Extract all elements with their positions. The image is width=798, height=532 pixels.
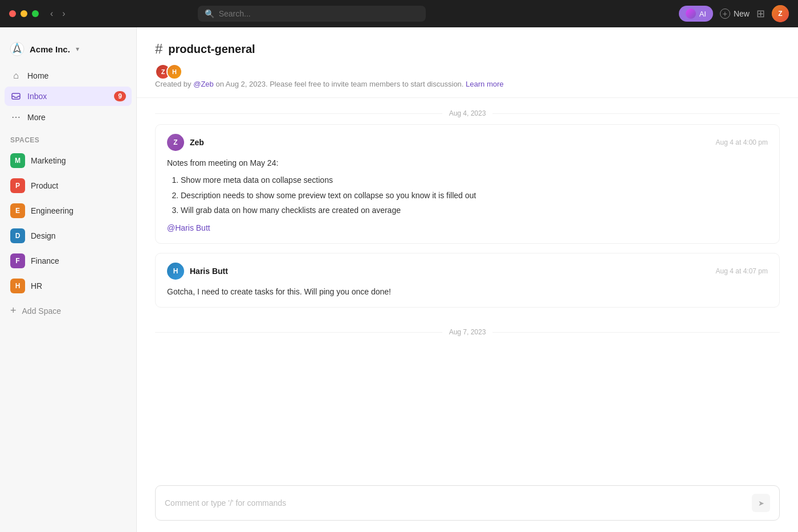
traffic-lights [9, 10, 39, 17]
msg-mention-haris[interactable]: @Haris Butt [167, 223, 210, 232]
inbox-badge: 9 [114, 91, 126, 101]
channel-meta-text: . Please feel free to invite team member… [266, 80, 464, 88]
hash-icon: # [155, 41, 162, 57]
message-card-1: Z Zeb Aug 4 at 4:00 pm Notes from meetin… [155, 124, 780, 244]
divider-line-right [492, 113, 780, 114]
spaces-label: Spaces [0, 127, 136, 149]
message-card-2: H Haris Butt Aug 4 at 4:07 pm Gotcha, I … [155, 253, 780, 308]
divider-line-left-2 [155, 332, 442, 333]
sidebar-item-engineering[interactable]: E Engineering [5, 199, 132, 223]
sidebar-item-hr[interactable]: H HR [5, 274, 132, 298]
messages-area: Aug 4, 2023 Z Zeb Aug 4 at 4:00 pm Notes… [137, 98, 798, 476]
new-plus-icon: + [720, 9, 730, 19]
sidebar-item-finance[interactable]: F Finance [5, 249, 132, 273]
sidebar-item-product[interactable]: P Product [5, 174, 132, 198]
back-button[interactable]: ‹ [48, 7, 55, 20]
sidebar-item-inbox-label: Inbox [27, 92, 47, 101]
msg-content-intro: Notes from meeting on May 24: [167, 158, 278, 167]
message-header-1: Z Zeb Aug 4 at 4:00 pm [167, 134, 768, 151]
titlebar-right: AI + New ⊞ Z [679, 5, 789, 22]
svg-point-3 [13, 51, 15, 54]
msg-timestamp-2: Aug 4 at 4:07 pm [716, 267, 768, 275]
channel-title-row: # product-general [155, 41, 780, 57]
ai-icon [686, 9, 696, 19]
sidebar-item-engineering-label: Engineering [31, 206, 74, 215]
add-space-button[interactable]: + Add Space [0, 300, 136, 321]
more-icon: ⋯ [10, 112, 22, 122]
comment-input-box[interactable]: Comment or type '/' for commands ➤ [155, 485, 780, 521]
avatar-haris: H [167, 263, 184, 280]
channel-meta: Created by @Zeb on Aug 2, 2023. Please f… [155, 80, 780, 88]
sidebar-item-marketing-label: Marketing [31, 156, 66, 165]
app-body: Acme Inc. ▾ ⌂ Home Inbox 9 ⋯ More [0, 27, 798, 532]
search-input[interactable] [219, 9, 419, 18]
engineering-dot: E [10, 203, 25, 218]
sidebar-item-home[interactable]: ⌂ Home [5, 66, 132, 85]
sidebar-item-home-label: Home [27, 71, 48, 80]
comment-input-area: Comment or type '/' for commands ➤ [137, 476, 798, 532]
workspace-header[interactable]: Acme Inc. ▾ [0, 36, 136, 62]
date-divider-text-aug4: Aug 4, 2023 [449, 109, 486, 117]
list-item: Show more meta data on collapse sections [181, 174, 768, 186]
design-dot: D [10, 228, 25, 243]
sidebar-item-marketing[interactable]: M Marketing [5, 149, 132, 173]
add-space-label: Add Space [22, 306, 62, 316]
home-icon: ⌂ [10, 71, 22, 81]
msg-timestamp-1: Aug 4 at 4:00 pm [716, 138, 768, 146]
workspace-chevron-icon: ▾ [76, 45, 79, 53]
member-avatar-haris[interactable]: H [166, 64, 182, 80]
minimize-button[interactable] [21, 10, 27, 17]
svg-point-2 [19, 51, 22, 54]
hr-dot: H [10, 279, 25, 293]
comment-send-button[interactable]: ➤ [752, 494, 770, 512]
date-divider-text-aug7: Aug 7, 2023 [449, 328, 486, 336]
user-avatar[interactable]: Z [772, 5, 789, 22]
forward-button[interactable]: › [60, 7, 67, 20]
sidebar-item-design-label: Design [31, 231, 56, 240]
marketing-dot: M [10, 153, 25, 168]
sidebar-item-product-label: Product [31, 181, 58, 190]
grid-icon[interactable]: ⊞ [756, 7, 765, 20]
product-dot: P [10, 178, 25, 193]
search-bar[interactable]: 🔍 [198, 6, 426, 22]
avatar-zeb: Z [167, 134, 184, 151]
date-divider-aug4: Aug 4, 2023 [155, 98, 780, 124]
svg-point-1 [16, 43, 18, 46]
ai-button[interactable]: AI [679, 6, 713, 22]
close-button[interactable] [9, 10, 16, 17]
add-space-icon: + [10, 305, 17, 317]
sidebar-item-inbox[interactable]: Inbox 9 [5, 87, 132, 106]
comment-placeholder[interactable]: Comment or type '/' for commands [165, 498, 752, 508]
main-content: # product-general Z H Created by @Zeb on… [137, 27, 798, 532]
msg-author-name-2: Haris Butt [190, 267, 228, 276]
spaces-nav: M Marketing P Product E Engineering D De… [0, 149, 136, 298]
channel-creator-mention[interactable]: @Zeb [193, 80, 214, 88]
channel-created-date: Aug 2, 2023 [226, 80, 266, 88]
send-icon: ➤ [758, 499, 764, 508]
sidebar: Acme Inc. ▾ ⌂ Home Inbox 9 ⋯ More [0, 27, 137, 532]
channel-title: product-general [168, 43, 255, 56]
sidebar-nav: ⌂ Home Inbox 9 ⋯ More [0, 66, 136, 127]
new-label: New [734, 9, 750, 18]
message-body-2: Gotcha, I need to create tasks for this.… [167, 285, 768, 298]
divider-line-left [155, 113, 442, 114]
finance-dot: F [10, 253, 25, 268]
fullscreen-button[interactable] [32, 10, 39, 17]
msg-author-name-1: Zeb [190, 138, 204, 147]
msg-content-2: Gotcha, I need to create tasks for this.… [167, 287, 391, 296]
list-item: Will grab data on how many checklists ar… [181, 204, 768, 216]
new-button[interactable]: + New [720, 9, 750, 19]
titlebar: ‹ › 🔍 AI + New ⊞ Z [0, 0, 798, 27]
sidebar-item-more[interactable]: ⋯ More [5, 107, 132, 127]
search-icon: 🔍 [205, 9, 214, 18]
message-body-1: Notes from meeting on May 24: Show more … [167, 157, 768, 234]
learn-more-link[interactable]: Learn more [466, 80, 503, 88]
ai-label: AI [699, 10, 706, 18]
sidebar-item-design[interactable]: D Design [5, 224, 132, 248]
member-avatars: Z H [155, 64, 780, 80]
list-item: Description needs to show some preview t… [181, 189, 768, 202]
nav-arrows: ‹ › [48, 7, 68, 20]
sidebar-item-more-label: More [27, 113, 46, 122]
date-divider-aug7: Aug 7, 2023 [155, 317, 780, 343]
sidebar-item-hr-label: HR [31, 281, 42, 290]
